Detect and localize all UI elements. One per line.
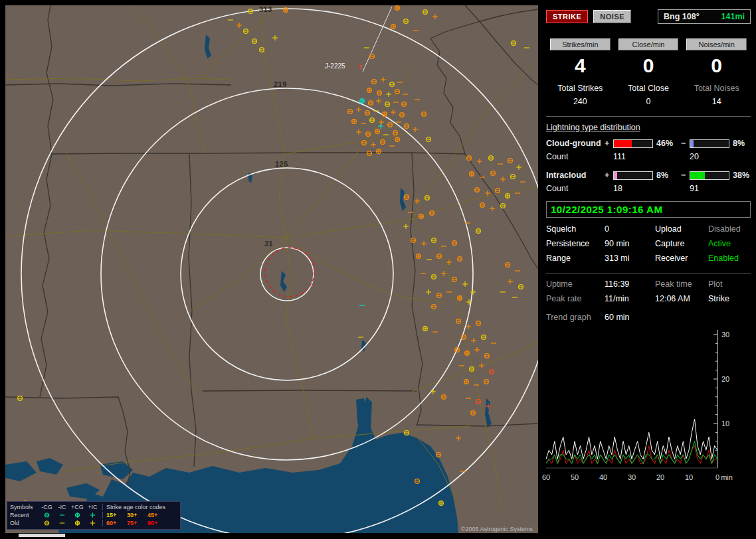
strike-symbol — [462, 335, 466, 340]
trend-x-axis-labels: 6050403020100min — [546, 473, 751, 484]
strike-symbol — [489, 156, 494, 161]
old-cg-minus-icon — [39, 520, 54, 527]
strike-symbol — [511, 175, 516, 179]
strike-symbol — [366, 132, 371, 137]
trend-graph-canvas: 102030 — [546, 329, 745, 475]
legend-col-neg-ic: -IC — [54, 504, 70, 510]
squelch-value: 0 — [605, 224, 655, 234]
strike-symbol — [421, 241, 426, 246]
strike-symbol — [395, 137, 400, 142]
plus-sign: + — [605, 139, 613, 148]
close-per-min-button[interactable]: Close/min — [618, 38, 679, 50]
strike-symbol — [470, 172, 474, 177]
strike-symbol — [470, 289, 476, 295]
old-ic-plus-icon — [85, 520, 100, 527]
strike-symbol — [419, 214, 424, 219]
legend-symbols-header: Symbols — [10, 504, 39, 510]
strike-symbol — [516, 165, 521, 170]
status-panel: STRIKE NOISE Bng 108° 141mi Strikes/min … — [543, 5, 753, 536]
age-75-label: 75+ — [127, 520, 147, 526]
strike-symbol — [385, 102, 390, 107]
recent-ic-minus-icon — [54, 512, 70, 519]
total-close-label: Total Close — [614, 84, 683, 93]
uptime-label: Uptime — [546, 279, 605, 289]
strike-symbol — [476, 229, 481, 234]
strike-symbol — [474, 347, 480, 352]
strike-symbol — [284, 8, 288, 13]
cg-minus-bar — [690, 139, 729, 148]
range-ring-label: 31 — [264, 240, 273, 248]
minus-sign: − — [681, 139, 690, 148]
strike-symbol — [432, 275, 436, 279]
strike-symbol — [452, 277, 457, 282]
strike-symbol — [372, 80, 377, 84]
cg-plus-percent: 46% — [653, 139, 681, 148]
svg-text:20: 20 — [721, 375, 729, 383]
plus-sign: + — [605, 171, 613, 180]
strike-symbol — [432, 305, 436, 309]
strike-symbol — [411, 238, 416, 243]
strike-symbol — [395, 6, 400, 11]
strike-symbol — [506, 263, 510, 268]
strike-symbol — [367, 151, 372, 156]
legend-recent-row: Recent 15+ 30+ 45+ — [10, 511, 177, 519]
storm-cell-mark: 7 — [359, 64, 362, 70]
strike-symbol — [415, 198, 420, 204]
plot-mode-value: Strike — [708, 294, 751, 303]
strike-symbol — [490, 206, 495, 211]
strike-symbol — [352, 119, 357, 124]
strike-button[interactable]: STRIKE — [546, 10, 588, 23]
datetime-display: 10/22/2025 1:09:16 AM — [546, 201, 751, 218]
ic-plus-percent: 8% — [653, 171, 681, 180]
strike-symbol — [413, 127, 418, 132]
age-60-label: 60+ — [106, 520, 127, 526]
trend-series-strikes — [546, 419, 717, 459]
intracloud-label: Intracloud — [546, 171, 605, 180]
strike-symbol — [377, 149, 381, 154]
bearing-label: Bng 108° — [664, 12, 700, 21]
strikes-per-min-button[interactable]: Strikes/min — [550, 38, 611, 50]
total-strikes-label: Total Strikes — [546, 84, 614, 93]
strike-symbol — [356, 129, 361, 135]
strike-symbol — [465, 351, 470, 356]
strike-symbol — [432, 238, 436, 243]
capture-label: Capture — [655, 239, 708, 248]
lightning-map[interactable]: J-2225 7 Symbols -CG -IC +CG +IC Strike … — [5, 5, 538, 533]
noise-button[interactable]: NOISE — [593, 10, 631, 23]
ic-minus-bar — [690, 171, 729, 180]
total-strikes-value: 240 — [546, 97, 614, 106]
cloud-ground-count-row: Count 111 20 — [546, 152, 751, 161]
strike-symbol — [485, 354, 490, 358]
strike-symbol — [391, 110, 396, 115]
close-per-min-value: 0 — [614, 55, 683, 76]
cg-plus-bar — [613, 139, 653, 148]
noises-column: Noises/min 0 Total Noises 14 — [682, 38, 751, 106]
strikes-per-min-value: 4 — [546, 55, 614, 76]
noises-per-min-button[interactable]: Noises/min — [686, 38, 747, 50]
strike-symbol — [446, 260, 452, 265]
strike-symbol — [426, 289, 431, 295]
intracloud-row: Intracloud + 8% − 38% — [546, 171, 751, 180]
age-30-label: 30+ — [127, 512, 147, 518]
ic-minus-percent: 38% — [729, 171, 751, 180]
strike-symbol — [508, 279, 513, 284]
legend-col-pos-cg: +CG — [70, 504, 85, 510]
peak-rate-label: Peak rate — [546, 294, 605, 303]
range-label: Range — [546, 254, 605, 263]
strike-symbol — [381, 140, 385, 145]
trend-graph-label: Trend graph — [546, 313, 605, 322]
legend-col-neg-cg: -CG — [39, 504, 54, 510]
bearing-box: Bng 108° 141mi — [658, 9, 751, 24]
trend-series-cloud-ground — [546, 446, 717, 464]
plot-label: Plot — [708, 279, 751, 289]
svg-text:10: 10 — [721, 420, 729, 427]
cg-minus-percent: 8% — [729, 139, 751, 148]
strike-symbol — [464, 380, 469, 384]
old-cg-plus-icon — [70, 520, 85, 527]
count-label: Count — [546, 152, 605, 161]
strike-symbol — [417, 254, 421, 259]
strike-symbol — [506, 194, 510, 198]
strike-symbol — [458, 257, 462, 262]
receiver-status: Enabled — [708, 254, 751, 263]
strike-symbol — [439, 501, 444, 506]
